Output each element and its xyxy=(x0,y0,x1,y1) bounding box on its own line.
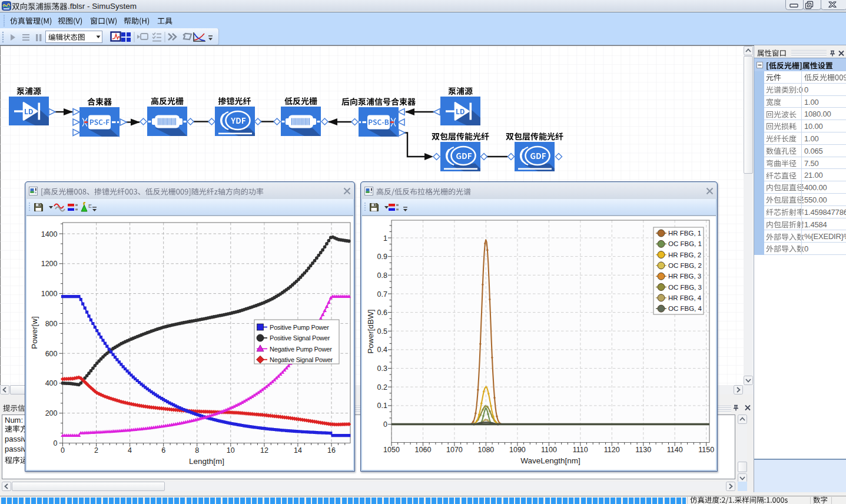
svg-text:2: 2 xyxy=(94,446,98,455)
svg-text:HR FBG, 4: HR FBG, 4 xyxy=(668,294,702,301)
svg-text:1130: 1130 xyxy=(635,446,651,454)
svg-text:0: 0 xyxy=(61,446,65,455)
svg-text:OC FBG, 2: OC FBG, 2 xyxy=(668,262,702,269)
svg-text:1120: 1120 xyxy=(604,446,620,454)
svg-text:16: 16 xyxy=(327,446,336,455)
svg-text:Length[m]: Length[m] xyxy=(189,457,224,466)
svg-text:Negative Pump Power: Negative Pump Power xyxy=(270,346,332,353)
svg-text:1090: 1090 xyxy=(509,446,526,454)
svg-text:0: 0 xyxy=(383,420,387,429)
svg-text:200: 200 xyxy=(45,409,58,417)
svg-text:Positive Signal Power: Positive Signal Power xyxy=(270,334,330,341)
svg-text:0.9: 0.9 xyxy=(377,253,387,261)
svg-text:1100: 1100 xyxy=(541,446,557,454)
svg-text:Negative Signal Power: Negative Signal Power xyxy=(270,356,333,363)
svg-text:1070: 1070 xyxy=(446,446,463,454)
svg-text:1150: 1150 xyxy=(698,446,714,454)
svg-text:WaveLength[nm]: WaveLength[nm] xyxy=(520,456,580,465)
svg-text:HR FBG, 1: HR FBG, 1 xyxy=(668,230,701,237)
svg-text:0.2: 0.2 xyxy=(377,383,387,392)
svg-text:400: 400 xyxy=(45,379,58,387)
svg-text:OC FBG, 4: OC FBG, 4 xyxy=(668,305,702,312)
svg-text:4: 4 xyxy=(128,446,132,455)
svg-text:Power[dBW]: Power[dBW] xyxy=(366,309,375,353)
svg-text:0.3: 0.3 xyxy=(377,364,387,373)
svg-text:12: 12 xyxy=(260,446,268,455)
svg-text:14: 14 xyxy=(294,446,302,455)
svg-text:1140: 1140 xyxy=(667,446,683,454)
svg-text:800: 800 xyxy=(45,320,58,328)
svg-text:HR FBG, 2: HR FBG, 2 xyxy=(668,251,701,258)
svg-text:600: 600 xyxy=(45,350,58,358)
svg-text:1050: 1050 xyxy=(383,446,400,454)
svg-text:1000: 1000 xyxy=(41,290,58,298)
svg-text:OC FBG, 3: OC FBG, 3 xyxy=(668,284,702,291)
svg-text:1080: 1080 xyxy=(477,446,494,454)
svg-text:0.1: 0.1 xyxy=(377,402,387,410)
svg-text:0.5: 0.5 xyxy=(377,327,387,336)
svg-text:0.4: 0.4 xyxy=(377,346,387,354)
svg-text:10: 10 xyxy=(227,446,235,455)
svg-text:1060: 1060 xyxy=(415,446,432,454)
svg-text:0.8: 0.8 xyxy=(377,271,387,280)
svg-text:HR FBG, 3: HR FBG, 3 xyxy=(668,273,701,280)
svg-text:1400: 1400 xyxy=(41,230,58,238)
svg-text:OC FBG, 1: OC FBG, 1 xyxy=(668,240,702,247)
svg-text:6: 6 xyxy=(161,446,165,455)
svg-text:0: 0 xyxy=(54,439,58,447)
svg-text:8: 8 xyxy=(195,446,199,455)
svg-text:1110: 1110 xyxy=(573,446,588,454)
svg-text:Power[w]: Power[w] xyxy=(30,316,39,349)
svg-text:0.6: 0.6 xyxy=(377,309,387,317)
svg-text:0.7: 0.7 xyxy=(377,290,387,299)
svg-text:1200: 1200 xyxy=(41,260,58,268)
svg-text:1: 1 xyxy=(383,234,387,243)
svg-text:Positive Pump Power: Positive Pump Power xyxy=(270,324,329,331)
